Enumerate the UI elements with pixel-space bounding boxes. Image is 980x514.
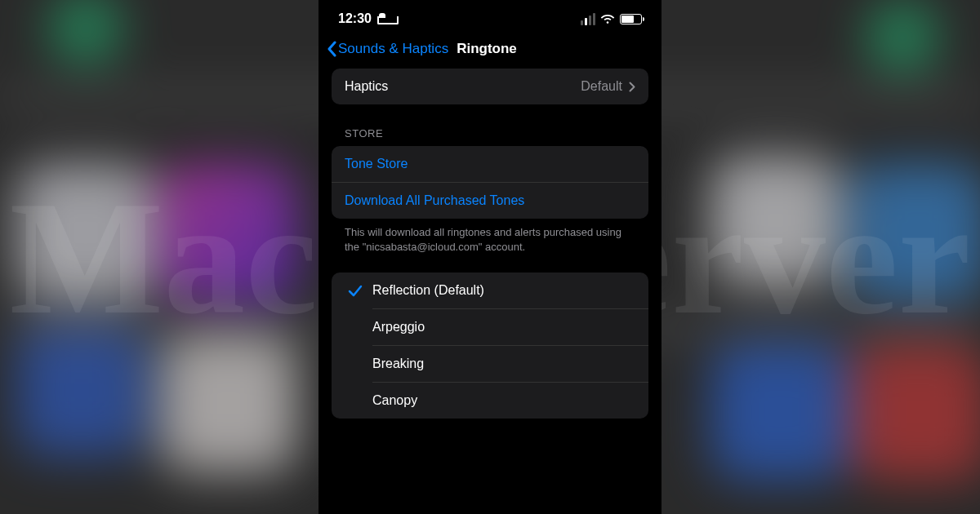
ringtone-row-reflection[interactable]: Reflection (Default)	[332, 273, 648, 308]
store-section-header: STORE	[332, 104, 648, 146]
ringtone-row-canopy[interactable]: Canopy	[372, 382, 648, 419]
download-all-row[interactable]: Download All Purchased Tones	[332, 182, 648, 219]
tone-store-row[interactable]: Tone Store	[332, 146, 648, 182]
haptics-row[interactable]: Haptics Default	[332, 69, 648, 104]
ringtone-label: Canopy	[372, 393, 417, 408]
phone-frame: 12:30 Sounds & Haptics Ringtone Haptics …	[318, 0, 662, 514]
ringtone-label: Arpeggio	[372, 320, 425, 335]
page-title: Ringtone	[457, 41, 517, 57]
ringtone-label: Reflection (Default)	[372, 283, 484, 298]
store-footer-note: This will download all ringtones and ale…	[332, 219, 648, 255]
battery-icon	[620, 14, 642, 24]
chevron-left-icon	[327, 41, 336, 57]
haptics-label: Haptics	[345, 79, 388, 94]
chevron-right-icon	[629, 82, 635, 92]
back-button[interactable]: Sounds & Haptics	[327, 41, 448, 57]
ringtone-label: Breaking	[372, 357, 424, 371]
haptics-group: Haptics Default	[332, 69, 648, 104]
ringtone-row-breaking[interactable]: Breaking	[372, 345, 648, 382]
status-time: 12:30	[338, 11, 372, 26]
cellular-signal-icon	[581, 13, 595, 25]
store-group: Tone Store Download All Purchased Tones	[332, 146, 648, 219]
sleep-mode-icon	[377, 13, 395, 24]
tone-store-label: Tone Store	[345, 157, 408, 171]
wifi-icon	[600, 13, 615, 24]
back-label: Sounds & Haptics	[338, 41, 448, 57]
nav-bar: Sounds & Haptics Ringtone	[318, 33, 662, 69]
checkmark-icon	[348, 283, 363, 298]
haptics-value: Default	[581, 79, 622, 94]
status-bar: 12:30	[318, 0, 662, 33]
ringtone-row-arpeggio[interactable]: Arpeggio	[372, 308, 648, 345]
ringtones-group: Reflection (Default) Arpeggio Breaking C…	[332, 273, 648, 419]
download-all-label: Download All Purchased Tones	[345, 193, 524, 208]
